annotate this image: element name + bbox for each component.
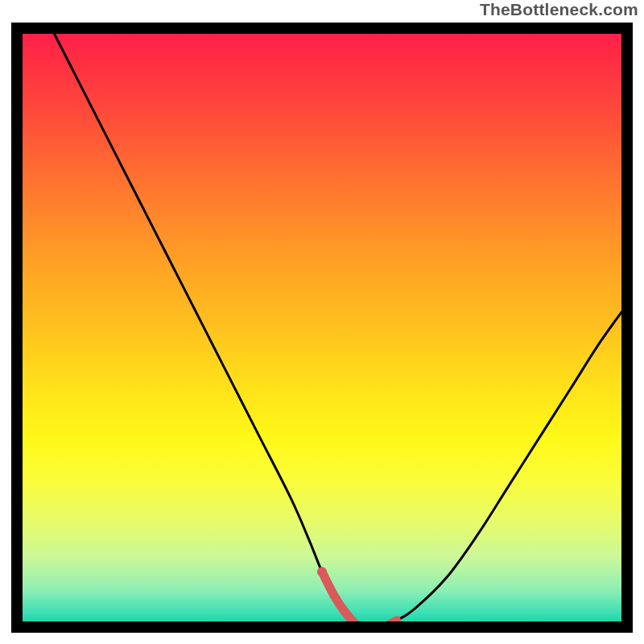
bottleneck-optimum-highlight	[322, 572, 397, 627]
bottleneck-optimum-start-dot	[317, 567, 327, 576]
bottleneck-curve	[48, 23, 633, 628]
watermark-text: TheBottleneck.com	[480, 0, 638, 19]
chart-curve-layer	[11, 23, 633, 633]
chart-plot-area	[11, 23, 633, 633]
